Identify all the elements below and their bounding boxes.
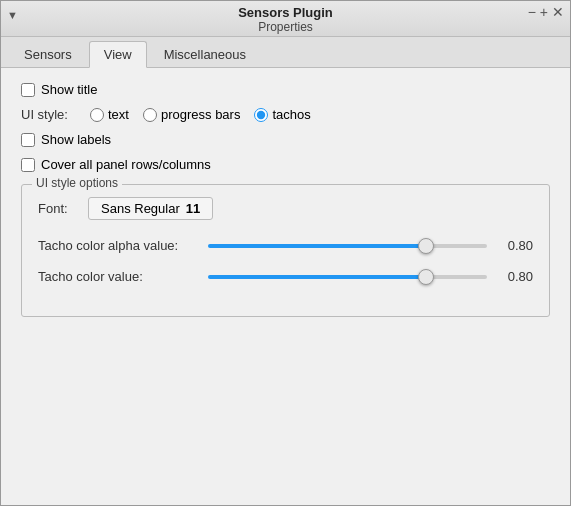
- tacho-value-label: Tacho color value:: [38, 269, 198, 284]
- title-bar: ▼ Sensors Plugin Properties − + ✕: [1, 1, 570, 37]
- tab-sensors[interactable]: Sensors: [9, 41, 87, 67]
- arrow-icon: ▼: [7, 9, 18, 21]
- window: ▼ Sensors Plugin Properties − + ✕ Sensor…: [0, 0, 571, 506]
- show-labels-checkbox[interactable]: [21, 133, 35, 147]
- radio-progress-input[interactable]: [143, 108, 157, 122]
- radio-text-input[interactable]: [90, 108, 104, 122]
- font-value: Sans Regular: [101, 201, 180, 216]
- radio-progress-bars: progress bars: [143, 107, 240, 122]
- tacho-value-display: 0.80: [497, 269, 533, 284]
- ui-style-label: UI style:: [21, 107, 68, 122]
- tacho-value-slider[interactable]: [208, 275, 487, 279]
- tab-view[interactable]: View: [89, 41, 147, 68]
- cover-all-label: Cover all panel rows/columns: [41, 157, 211, 172]
- title-bar-left: ▼: [7, 7, 18, 22]
- radio-progress-label: progress bars: [161, 107, 240, 122]
- tab-miscellaneous[interactable]: Miscellaneous: [149, 41, 261, 67]
- tacho-alpha-value: 0.80: [497, 238, 533, 253]
- window-title: Sensors Plugin: [238, 5, 333, 20]
- close-button[interactable]: ✕: [552, 5, 564, 19]
- font-row: Font: Sans Regular 11: [38, 197, 533, 220]
- cover-all-checkbox[interactable]: [21, 158, 35, 172]
- show-labels-row: Show labels: [21, 132, 550, 147]
- show-title-row: Show title: [21, 82, 550, 97]
- radio-text-label: text: [108, 107, 129, 122]
- window-subtitle: Properties: [258, 20, 313, 34]
- radio-text: text: [90, 107, 129, 122]
- tacho-alpha-row: Tacho color alpha value: 0.80: [38, 238, 533, 253]
- tacho-value-slider-container: [208, 275, 487, 279]
- show-title-label: Show title: [41, 82, 97, 97]
- font-label: Font:: [38, 201, 78, 216]
- font-button[interactable]: Sans Regular 11: [88, 197, 213, 220]
- show-labels-label: Show labels: [41, 132, 111, 147]
- radio-tachos-input[interactable]: [254, 108, 268, 122]
- ui-style-row: UI style: text progress bars tachos: [21, 107, 550, 122]
- tacho-value-row: Tacho color value: 0.80: [38, 269, 533, 284]
- tacho-alpha-slider[interactable]: [208, 244, 487, 248]
- title-bar-controls: − + ✕: [528, 5, 564, 19]
- tacho-alpha-slider-container: [208, 244, 487, 248]
- show-title-checkbox[interactable]: [21, 83, 35, 97]
- tab-bar: Sensors View Miscellaneous: [1, 37, 570, 68]
- group-box-title: UI style options: [32, 176, 122, 190]
- ui-style-options-group: UI style options Font: Sans Regular 11 T…: [21, 184, 550, 317]
- maximize-button[interactable]: +: [540, 5, 548, 19]
- font-size: 11: [186, 201, 200, 216]
- radio-tachos-label: tachos: [272, 107, 310, 122]
- tacho-alpha-label: Tacho color alpha value:: [38, 238, 198, 253]
- minimize-button[interactable]: −: [528, 5, 536, 19]
- view-content: Show title UI style: text progress bars …: [1, 68, 570, 505]
- radio-tachos: tachos: [254, 107, 310, 122]
- cover-all-row: Cover all panel rows/columns: [21, 157, 550, 172]
